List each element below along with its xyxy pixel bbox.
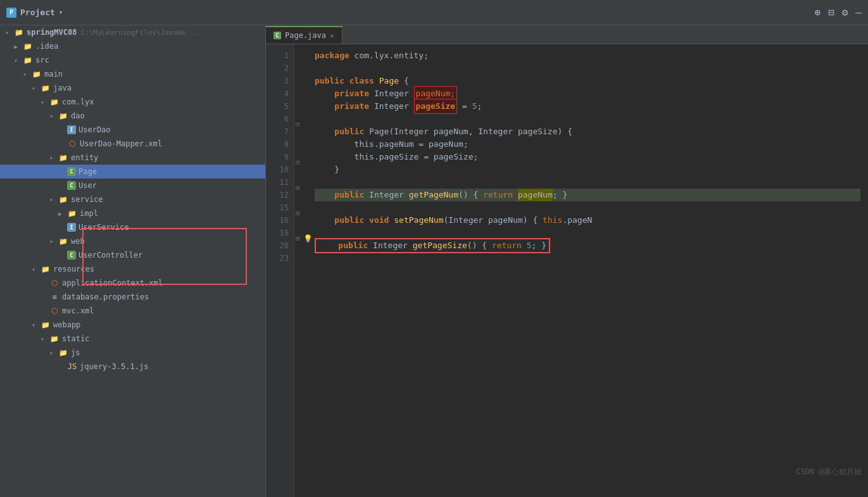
sidebar-item-userservice[interactable]: ▶ I UserService	[0, 220, 265, 234]
sidebar-item-service[interactable]: ▾ 📁 service	[0, 192, 265, 206]
main-layout: ▾ 📁 springMVC08 C:\MyLearningFiles\JavaW…	[0, 25, 868, 497]
label-static: static	[62, 334, 89, 343]
code-line-5: private Integer pageSize = 5 ;	[315, 100, 860, 113]
gutter-fold-10[interactable]: ⊟	[296, 158, 300, 167]
project-sidebar: ▾ 📁 springMVC08 C:\MyLearningFiles\JavaW…	[0, 25, 266, 497]
code-line-12: public Integer getPageNum () { return pa…	[315, 189, 860, 201]
line-num-15: 15	[271, 201, 289, 214]
token-public-16: public	[334, 214, 364, 227]
tab-close-page[interactable]: ×	[330, 32, 334, 40]
token-public-7: public	[334, 125, 364, 138]
icon-usercontroller: C	[67, 251, 76, 260]
sidebar-item-page[interactable]: ▶ C Page	[0, 165, 265, 179]
token-getpagesize: getPageSize	[413, 239, 467, 252]
code-line-9: this.pageSize = pageSize;	[315, 151, 860, 163]
label-webapp: webapp	[53, 320, 80, 329]
label-dao: dao	[71, 111, 85, 120]
path-springmvc08: C:\MyLearningFiles\JavaWe...	[80, 28, 198, 37]
tab-page-java[interactable]: C Page.java ×	[266, 26, 343, 44]
label-comlyx: com.lyx	[62, 98, 94, 106]
sidebar-item-js[interactable]: ▾ 📁 js	[0, 346, 265, 360]
sidebar-item-main[interactable]: ▾ 📁 main	[0, 67, 265, 81]
sidebar-item-idea[interactable]: ▶ 📁 .idea	[0, 39, 265, 53]
sidebar-item-appcontext[interactable]: ▶ ⬡ applicationContext.xml	[0, 276, 265, 290]
sidebar-item-userdao[interactable]: ▶ I UserDao	[0, 123, 265, 137]
token-pkg-name: com.lyx.entity;	[349, 49, 429, 62]
label-java: java	[53, 84, 72, 92]
token-5-20: 5	[527, 239, 532, 252]
collapse-icon[interactable]: ⊟	[828, 6, 834, 18]
sidebar-item-jquery[interactable]: ▶ JS jquery-3.5.1.js	[0, 360, 265, 374]
icon-page: C	[67, 167, 76, 176]
sidebar-item-dbprops[interactable]: ▶ ≡ database.properties	[0, 290, 265, 304]
label-entity: entity	[71, 153, 98, 162]
arrow-service: ▾	[49, 196, 58, 203]
line-num-3: 3	[271, 75, 289, 87]
sidebar-item-comlyx[interactable]: ▾ 📁 com.lyx	[0, 95, 265, 109]
line-num-16: 16	[271, 214, 289, 227]
settings-icon[interactable]: ⚙	[842, 6, 848, 18]
sidebar-item-web[interactable]: ▾ 📁 web	[0, 234, 265, 248]
line-num-2: 2	[271, 62, 289, 75]
code-line-3: public class Page {	[315, 75, 860, 87]
folder-icon-resources: 📁	[41, 264, 51, 274]
sidebar-item-static[interactable]: ▾ 📁 static	[0, 332, 265, 346]
token-pagenum-ret: pageNum	[518, 189, 553, 201]
token-pagesize-highlight: pageSize	[414, 99, 458, 114]
arrow-webapp: ▾	[32, 322, 41, 329]
label-service: service	[71, 195, 103, 204]
icon-jquery: JS	[67, 362, 77, 372]
token-public-12: public	[334, 189, 364, 201]
label-js: js	[71, 348, 80, 357]
icon-userservice: I	[67, 223, 76, 232]
label-mapper: UserDao-Mapper.xml	[80, 139, 162, 148]
folder-icon-service: 📁	[58, 194, 68, 204]
add-icon[interactable]: ⊕	[814, 6, 821, 18]
icon-dbprops: ≡	[49, 292, 60, 302]
sidebar-item-mvcxml[interactable]: ▶ ⬡ mvc.xml	[0, 304, 265, 318]
project-dropdown[interactable]: ▾	[59, 8, 63, 16]
folder-icon-dao: 📁	[58, 111, 68, 121]
code-line-6	[315, 113, 860, 125]
token-5-num: 5	[472, 100, 477, 113]
code-text-area[interactable]: package com.lyx.entity; public class Pag…	[307, 44, 868, 497]
label-userservice: UserService	[79, 223, 129, 232]
gutter-fold-12[interactable]: ⊞	[296, 184, 300, 192]
gutter-fold-16[interactable]: ⊞	[296, 209, 300, 217]
sidebar-item-entity[interactable]: ▾ 📁 entity	[0, 151, 265, 165]
sidebar-item-userdaomapper[interactable]: ▶ ⬡ UserDao-Mapper.xml	[0, 137, 265, 151]
gutter-fold-7[interactable]: ⊟	[296, 120, 300, 129]
token-class: class	[349, 75, 374, 87]
icon-appcontext: ⬡	[49, 278, 60, 288]
token-void: void	[369, 214, 389, 227]
token-return-20: return	[492, 239, 522, 252]
line-num-10: 10	[271, 163, 289, 176]
folder-icon-static: 📁	[49, 334, 60, 344]
token-return-12: return	[483, 189, 513, 201]
arrow-dao: ▾	[49, 113, 58, 120]
sidebar-item-java[interactable]: ▾ 📁 java	[0, 81, 265, 95]
gutter-fold-20[interactable]: ⊞	[296, 234, 300, 242]
label-user: User	[79, 181, 97, 190]
token-private-4: private	[334, 87, 369, 100]
code-line-7: public Page(Integer pageNum, Integer pag…	[315, 125, 860, 138]
minimize-icon[interactable]: —	[855, 6, 862, 18]
folder-icon-main: 📁	[32, 69, 42, 79]
sidebar-item-webapp[interactable]: ▾ 📁 webapp	[0, 318, 265, 332]
sidebar-item-dao[interactable]: ▾ 📁 dao	[0, 109, 265, 123]
sidebar-item-impl[interactable]: ▶ 📁 impl	[0, 206, 265, 220]
project-icon: P	[6, 8, 16, 18]
arrow-comlyx: ▾	[41, 99, 49, 106]
label-userdao: UserDao	[79, 125, 111, 134]
folder-icon-webapp: 📁	[41, 320, 51, 330]
arrow-springmvc08: ▾	[5, 29, 14, 36]
sidebar-item-resources[interactable]: ▾ 📁 resources	[0, 262, 265, 276]
icon-mapper: ⬡	[67, 139, 77, 149]
sidebar-item-src[interactable]: ▾ 📁 src	[0, 53, 265, 67]
token-public-20: public	[338, 239, 368, 252]
sidebar-item-user[interactable]: ▶ C User	[0, 179, 265, 192]
label-usercontroller: UserController	[79, 251, 142, 260]
sidebar-item-springmvc08[interactable]: ▾ 📁 springMVC08 C:\MyLearningFiles\JavaW…	[0, 25, 265, 39]
sidebar-item-usercontroller[interactable]: ▶ C UserController	[0, 248, 265, 262]
label-main: main	[44, 70, 63, 79]
